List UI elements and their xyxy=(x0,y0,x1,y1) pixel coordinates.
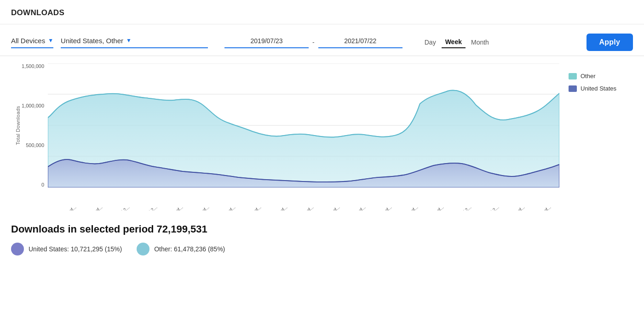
legend-item-us: United States xyxy=(569,85,633,92)
legend-swatch-other xyxy=(569,73,577,79)
period-selector: Day Week Month xyxy=(421,36,493,48)
x-label: 16 week of... xyxy=(187,204,210,210)
chart-legend: Other United States xyxy=(569,73,633,92)
us-legend-text: United States: 10,721,295 (15%) xyxy=(29,245,122,253)
chevron-down-icon: ▼ xyxy=(126,37,132,44)
x-label: 8 week of 2... xyxy=(134,204,158,210)
period-day-button[interactable]: Day xyxy=(421,37,440,48)
date-range: - xyxy=(224,36,402,48)
x-label: 20 week of... xyxy=(213,204,236,210)
x-label: 44 week of... xyxy=(369,204,393,210)
x-label: 3 week of 2... xyxy=(448,204,472,210)
x-label: 48 week of... xyxy=(54,204,77,210)
x-label: 36 week of... xyxy=(317,204,341,210)
y-axis: Total Downloads 1,500,000 1,000,000 500,… xyxy=(11,63,48,187)
us-legend-entry: United States: 10,721,295 (15%) xyxy=(11,243,122,255)
country-filter-label: United States, Other xyxy=(61,37,123,45)
y-tick: 1,000,000 xyxy=(22,103,44,108)
device-filter-dropdown[interactable]: All Devices ▼ xyxy=(11,37,53,48)
x-label: 52 week of... xyxy=(422,204,445,210)
period-month-button[interactable]: Month xyxy=(467,37,493,48)
country-filter-dropdown[interactable]: United States, Other ▼ xyxy=(61,37,208,48)
legend-label-other: Other xyxy=(581,73,596,79)
x-label: 48 week of... xyxy=(396,204,419,210)
x-label: 52 week of... xyxy=(80,204,104,210)
x-label: 32 week of... xyxy=(291,204,315,210)
other-legend-entry: Other: 61,478,236 (85%) xyxy=(137,243,225,255)
x-label: 4 week of 2... xyxy=(106,204,131,210)
summary-legend-row: United States: 10,721,295 (15%) Other: 6… xyxy=(11,243,633,255)
date-start-input[interactable] xyxy=(224,36,309,48)
period-week-button[interactable]: Week xyxy=(442,36,466,48)
summary-section: Downloads in selected period 72,199,531 … xyxy=(0,210,644,263)
legend-item-other: Other xyxy=(569,73,633,79)
summary-title: Downloads in selected period 72,199,531 xyxy=(11,223,633,235)
x-label: 19 week of... xyxy=(555,204,559,210)
x-label: 28 week of... xyxy=(265,204,288,210)
chart-container: Total Downloads 1,500,000 1,000,000 500,… xyxy=(11,63,633,210)
date-separator: - xyxy=(312,39,315,46)
apply-button[interactable]: Apply xyxy=(586,34,633,51)
y-tick: 0 xyxy=(41,182,44,187)
other-circle-icon xyxy=(137,243,150,255)
x-labels-container: 48 week of... 52 week of... 4 week of 2.… xyxy=(48,187,559,210)
page-title: DOWNLOADS xyxy=(11,8,64,17)
y-axis-label: Total Downloads xyxy=(15,106,21,145)
x-label: 12 week of... xyxy=(161,204,184,210)
y-tick: 500,000 xyxy=(26,142,44,148)
x-label: 11 week of... xyxy=(502,204,526,210)
y-tick: 1,500,000 xyxy=(22,63,44,69)
x-label: 40 week of... xyxy=(344,204,367,210)
chart-svg xyxy=(48,63,559,187)
other-legend-text: Other: 61,478,236 (85%) xyxy=(154,245,225,253)
date-end-input[interactable] xyxy=(318,36,402,48)
controls-bar: All Devices ▼ United States, Other ▼ - D… xyxy=(0,24,644,56)
x-label: 15 week of... xyxy=(529,204,552,210)
chart-area xyxy=(48,63,559,187)
x-label: 7 week of 2... xyxy=(476,204,500,210)
device-filter-label: All Devices xyxy=(11,37,45,45)
legend-swatch-us xyxy=(569,85,577,92)
chevron-down-icon: ▼ xyxy=(48,37,53,44)
header: DOWNLOADS xyxy=(0,0,644,24)
legend-label-us: United States xyxy=(581,85,616,92)
x-axis: 48 week of... 52 week of... 4 week of 2.… xyxy=(48,187,559,210)
x-label: 24 week of... xyxy=(239,204,263,210)
chart-section: Total Downloads 1,500,000 1,000,000 500,… xyxy=(0,56,644,210)
downloads-page: DOWNLOADS All Devices ▼ United States, O… xyxy=(0,0,644,312)
us-circle-icon xyxy=(11,243,24,255)
